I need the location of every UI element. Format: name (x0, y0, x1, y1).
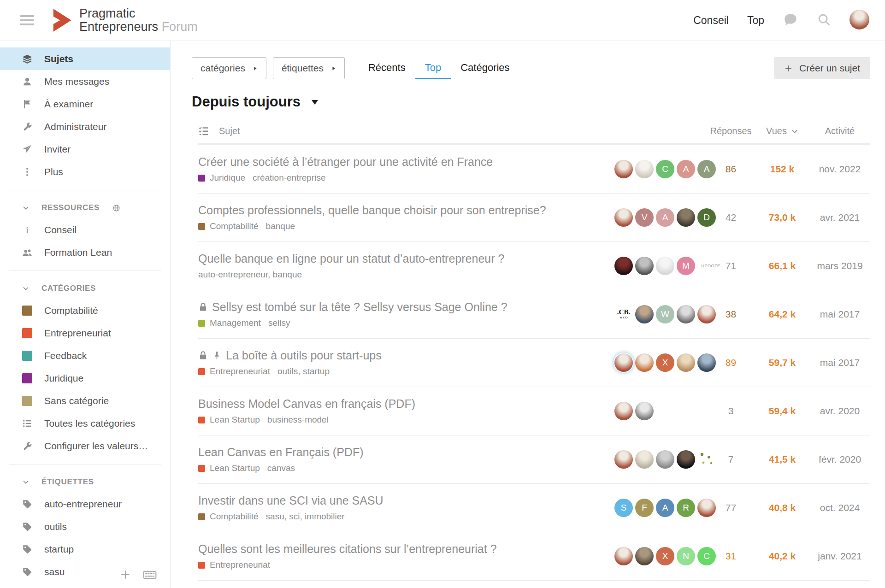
replies-count[interactable]: 31 (707, 551, 755, 562)
sidebar-item-a-examiner[interactable]: À examiner (0, 93, 170, 115)
activity-date[interactable]: mai 2017 (809, 357, 870, 368)
poster-avatar[interactable] (614, 208, 633, 227)
poster-avatar[interactable] (635, 353, 654, 372)
views-count[interactable]: 59,4 k (755, 406, 809, 417)
sidebar-item-toutes-les-categories[interactable]: Toutes les catégories (0, 412, 170, 435)
sidebar-section-header-etiquettes[interactable]: ÉTIQUETTES (0, 471, 170, 493)
sidebar-item-conseil[interactable]: iConseil (0, 218, 170, 241)
topic-tags[interactable]: sellsy (268, 318, 290, 328)
replies-count[interactable]: 42 (707, 212, 755, 223)
poster-avatar[interactable]: C (656, 160, 674, 178)
poster-avatar[interactable] (677, 450, 695, 469)
views-count[interactable]: 40,2 k (755, 551, 809, 562)
sidebar-item-auto-entrepreneur[interactable]: auto-entrepreneur (0, 493, 170, 515)
poster-avatar[interactable]: A (677, 160, 695, 178)
topic-tags[interactable]: création-entreprise (253, 173, 325, 183)
topic-title-link[interactable]: Quelles sont les meilleures citations su… (198, 542, 497, 556)
poster-avatar[interactable] (635, 402, 654, 420)
views-count[interactable]: 41,5 k (755, 454, 809, 465)
poster-avatar[interactable] (656, 257, 674, 275)
topic-title-link[interactable]: Créer une société à l’étranger pour une … (198, 155, 493, 169)
sidebar-item-comptabilite[interactable]: Comptabilité (0, 299, 170, 322)
replies-count[interactable]: 38 (707, 309, 755, 320)
poster-avatar[interactable]: W (656, 305, 674, 323)
sidebar-item-sujets[interactable]: Sujets (0, 47, 170, 70)
sidebar-item-outils[interactable]: outils (0, 515, 170, 538)
sidebar-item-configurer-les-valeurs[interactable]: Configurer les valeurs… (0, 435, 170, 457)
activity-date[interactable]: avr. 2020 (809, 406, 870, 417)
sidebar-item-juridique[interactable]: Juridique (0, 367, 170, 389)
topic-title-link[interactable]: Business Model Canvas en français (PDF) (198, 397, 415, 411)
sidebar-item-administrateur[interactable]: Administrateur (0, 115, 170, 138)
header-link-top[interactable]: Top (747, 14, 764, 27)
poster-avatar[interactable]: R (677, 499, 695, 517)
poster-avatar[interactable] (635, 450, 654, 469)
sidebar-item-sans-categorie[interactable]: Sans catégorie (0, 389, 170, 412)
poster-avatar[interactable]: X (656, 547, 674, 565)
tab-recents[interactable]: Récents (359, 57, 415, 79)
views-count[interactable]: 73,0 k (755, 212, 809, 223)
sidebar-item-formation-lean[interactable]: Formation Lean (0, 241, 170, 264)
views-count[interactable]: 66,1 k (755, 260, 809, 271)
topic-category-link[interactable]: Comptabilité (210, 512, 259, 522)
sidebar-item-entrepreneuriat[interactable]: Entrepreneuriat (0, 322, 170, 344)
activity-date[interactable]: avr. 2021 (809, 212, 870, 223)
poster-avatar[interactable] (635, 257, 654, 275)
poster-avatar[interactable]: A (656, 208, 674, 227)
topic-tags[interactable]: sasu, sci, immobilier (266, 512, 345, 522)
replies-count[interactable]: 71 (707, 260, 755, 271)
activity-date[interactable]: oct. 2024 (809, 502, 870, 513)
views-count[interactable]: 152 k (755, 164, 809, 175)
search-button[interactable] (817, 12, 831, 28)
sidebar-item-mes-messages[interactable]: Mes messages (0, 70, 170, 93)
replies-count[interactable]: 89 (707, 357, 755, 368)
column-header-replies[interactable]: Réponses (707, 126, 755, 136)
site-logo[interactable]: Pragmatic Entrepreneurs Forum (49, 7, 198, 34)
poster-avatar[interactable]: N (677, 547, 695, 565)
activity-date[interactable]: mai 2017 (809, 309, 870, 320)
replies-count[interactable]: 86 (707, 164, 755, 175)
topic-tags[interactable]: outils, startup (277, 366, 330, 376)
sidebar-section-header-ressources[interactable]: RESSOURCES (0, 197, 170, 218)
poster-avatar[interactable] (677, 353, 695, 372)
topic-tags[interactable]: auto-entrepreneur, banque (198, 270, 302, 280)
activity-date[interactable]: nov. 2022 (809, 164, 870, 175)
user-avatar[interactable] (850, 10, 869, 31)
poster-avatar[interactable] (614, 160, 633, 178)
column-header-activity[interactable]: Activité (809, 126, 870, 136)
topic-category-link[interactable]: Entrepreneuriat (210, 560, 270, 570)
topic-category-link[interactable]: Comptabilité (210, 221, 259, 231)
create-topic-button[interactable]: Créer un sujet (774, 57, 870, 79)
filter-dropdown-etiquettes[interactable]: étiquettes (273, 57, 345, 79)
poster-avatar[interactable] (677, 208, 695, 227)
poster-avatar[interactable] (614, 353, 633, 372)
poster-avatar[interactable] (656, 450, 674, 469)
poster-avatar[interactable]: M (677, 257, 695, 275)
poster-avatar[interactable] (635, 547, 654, 565)
poster-avatar[interactable] (614, 257, 633, 275)
poster-avatar[interactable] (614, 450, 633, 469)
keyboard-shortcuts-button[interactable] (142, 567, 157, 583)
header-link-conseil[interactable]: Conseil (693, 14, 729, 27)
sidebar-add-section-button[interactable] (119, 569, 131, 582)
activity-date[interactable]: janv. 2021 (809, 551, 870, 562)
topic-category-link[interactable]: Lean Startup (210, 463, 260, 473)
replies-count[interactable]: 7 (707, 454, 755, 465)
poster-avatar[interactable]: X (656, 353, 674, 372)
sidebar-item-startup[interactable]: startup (0, 538, 170, 560)
topic-category-link[interactable]: Entrepreneuriat (210, 366, 270, 376)
sidebar-item-plus[interactable]: Plus (0, 160, 170, 183)
replies-count[interactable]: 77 (707, 502, 755, 513)
topic-title-link[interactable]: Lean Canvas en Français (PDF) (198, 446, 363, 459)
topic-title-link[interactable]: Quelle banque en ligne pour un statut d’… (198, 252, 504, 265)
topic-tags[interactable]: banque (266, 221, 295, 231)
poster-avatar[interactable] (635, 160, 654, 178)
sidebar-item-inviter[interactable]: Inviter (0, 138, 170, 160)
topic-category-link[interactable]: Juridique (210, 173, 245, 183)
period-selector[interactable]: Depuis toujours (192, 94, 870, 110)
poster-avatar[interactable]: S (614, 499, 633, 517)
topic-tags[interactable]: business-model (267, 415, 329, 425)
poster-avatar[interactable]: F (635, 499, 654, 517)
column-header-views[interactable]: Vues (755, 126, 809, 136)
views-count[interactable]: 40,8 k (755, 502, 809, 513)
